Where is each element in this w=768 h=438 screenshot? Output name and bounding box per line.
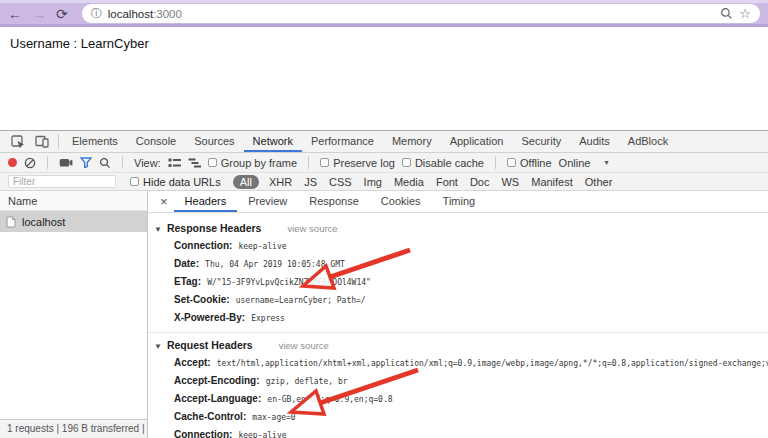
page-text: Username : LearnCyber [10, 36, 149, 51]
view-label: View: [134, 157, 161, 169]
request-type-filter[interactable]: Font [436, 176, 458, 188]
back-icon[interactable]: ← [8, 7, 22, 21]
response-header-lines: Connection keep-alive Date Thu, 04 Apr 2… [148, 237, 768, 327]
view-source-link[interactable]: view source [287, 223, 337, 234]
request-type-filter[interactable]: WS [501, 176, 519, 188]
checkbox-icon [130, 177, 139, 186]
divider [122, 156, 123, 169]
screen: ← → ⟳ ⓘ localhost:3000 ☆ Username : Lear… [0, 0, 768, 438]
header-value: W/"15-3F9YvLpvQcikZNZnMFRFOOl4W14" [207, 278, 371, 287]
request-type-filter[interactable]: CSS [329, 176, 352, 188]
reload-icon[interactable]: ⟳ [56, 7, 68, 21]
preserve-log-label: Preserve log [333, 157, 395, 169]
network-body: Name localhost 1 requests | 196 B transf… [0, 191, 768, 438]
devtools-tab[interactable]: Application [441, 131, 513, 152]
devtools-tab[interactable]: Network [244, 131, 302, 152]
header-name: Accept-Language [174, 393, 261, 404]
inspect-element-icon[interactable] [11, 135, 25, 149]
request-type-filter[interactable]: Media [394, 176, 424, 188]
view-source-link[interactable]: view source [279, 340, 329, 351]
view-list-icon[interactable] [168, 158, 181, 168]
checkbox-icon [208, 158, 217, 167]
divider [47, 156, 48, 169]
name-column-header[interactable]: Name [0, 191, 147, 211]
request-row[interactable]: localhost [0, 211, 147, 232]
detail-tab[interactable]: Cookies [370, 191, 432, 212]
request-headers-section: ▼ Request Headers view source Accept tex… [148, 332, 768, 438]
checkbox-icon [320, 158, 329, 167]
clear-icon[interactable] [24, 157, 36, 169]
page-info-icon[interactable]: ⓘ [91, 6, 102, 21]
browser-toolbar: ← → ⟳ ⓘ localhost:3000 ☆ [0, 0, 768, 27]
forward-icon[interactable]: → [32, 7, 46, 21]
request-type-filter[interactable]: Doc [470, 176, 490, 188]
section-header[interactable]: ▼ Response Headers view source [148, 216, 768, 237]
devtools-tabs: ElementsConsoleSourcesNetworkPerformance… [63, 131, 677, 152]
request-rows: localhost [0, 211, 147, 232]
detail-tab[interactable]: Headers [174, 191, 238, 212]
header-name: Accept-Encoding [174, 375, 260, 386]
offline-checkbox[interactable]: Offline [507, 157, 552, 169]
request-type-filter[interactable]: XHR [269, 176, 292, 188]
device-toolbar-icon[interactable] [35, 135, 49, 148]
url-text: localhost:3000 [108, 8, 182, 20]
view-waterfall-icon[interactable] [188, 158, 201, 168]
throttling-select[interactable]: Online ▾ [559, 157, 609, 169]
request-detail-pane: × HeadersPreviewResponseCookiesTiming ▼ … [148, 191, 768, 438]
devtools-tab[interactable]: Sources [185, 131, 243, 152]
screenshot-camera-icon[interactable] [59, 157, 73, 168]
devtools-tab[interactable]: Performance [302, 131, 383, 152]
group-by-frame-label: Group by frame [221, 157, 297, 169]
devtools-tab[interactable]: Console [127, 131, 185, 152]
devtools-tab[interactable]: Security [512, 131, 570, 152]
header-name: Set-Cookie [174, 294, 230, 305]
request-type-filter[interactable]: Other [585, 176, 613, 188]
filter-input[interactable] [8, 175, 116, 188]
filter-funnel-icon[interactable] [80, 157, 92, 168]
header-line: Connection keep-alive [148, 237, 768, 255]
devtools-tab[interactable]: Audits [570, 131, 619, 152]
header-value: Thu, 04 Apr 2019 10:05:48 GMT [205, 260, 345, 269]
zoom-icon[interactable] [720, 7, 733, 20]
document-icon [6, 216, 16, 228]
preserve-log-checkbox[interactable]: Preserve log [320, 157, 395, 169]
request-type-filter[interactable]: Img [364, 176, 382, 188]
header-name: Connection [174, 240, 232, 251]
url-bar[interactable]: ⓘ localhost:3000 ☆ [82, 4, 760, 23]
search-icon[interactable] [99, 157, 111, 169]
devtools-tab[interactable]: Elements [63, 131, 127, 152]
header-line: X-Powered-By Express [148, 309, 768, 327]
detail-tab[interactable]: Preview [237, 191, 298, 212]
response-headers-section: ▼ Response Headers view source Connectio… [148, 216, 768, 327]
request-type-filter[interactable]: JS [304, 176, 317, 188]
header-name: Date [174, 258, 199, 269]
disable-cache-checkbox[interactable]: Disable cache [402, 157, 484, 169]
detail-tabbar: × HeadersPreviewResponseCookiesTiming [148, 191, 768, 213]
request-type-filter[interactable]: All [233, 175, 259, 189]
header-line: Accept-Language en-GB,en-US;q=0.9,en;q=0… [148, 390, 768, 408]
request-header-lines: Accept text/html,application/xhtml+xml,a… [148, 354, 768, 438]
request-type-filter[interactable]: Manifest [531, 176, 573, 188]
header-line: ETag W/"15-3F9YvLpvQcikZNZnMFRFOOl4W14" [148, 273, 768, 291]
header-name: Cache-Control [174, 411, 246, 422]
header-value: keep-alive [238, 242, 286, 251]
section-header[interactable]: ▼ Request Headers view source [148, 333, 768, 354]
header-value: en-GB,en-US;q=0.9,en;q=0.8 [267, 395, 392, 404]
hide-data-urls-label: Hide data URLs [143, 176, 221, 188]
bookmark-star-icon[interactable]: ☆ [739, 7, 751, 20]
header-name: ETag [174, 276, 201, 287]
disclosure-triangle-icon: ▼ [154, 225, 162, 234]
group-by-frame-checkbox[interactable]: Group by frame [208, 157, 297, 169]
header-value: keep-alive [238, 431, 286, 438]
record-icon[interactable] [8, 158, 17, 167]
chevron-down-icon: ▾ [604, 158, 608, 167]
request-list-pane: Name localhost 1 requests | 196 B transf… [0, 191, 148, 438]
close-icon[interactable]: × [154, 195, 174, 208]
devtools-tab[interactable]: AdBlock [619, 131, 677, 152]
detail-tab[interactable]: Response [298, 191, 370, 212]
detail-tab[interactable]: Timing [432, 191, 487, 212]
network-filter-row: Hide data URLs AllXHRJSCSSImgMediaFontDo… [0, 173, 768, 191]
request-name: localhost [22, 216, 65, 228]
devtools-tab[interactable]: Memory [383, 131, 441, 152]
hide-data-urls-checkbox[interactable]: Hide data URLs [130, 176, 221, 188]
